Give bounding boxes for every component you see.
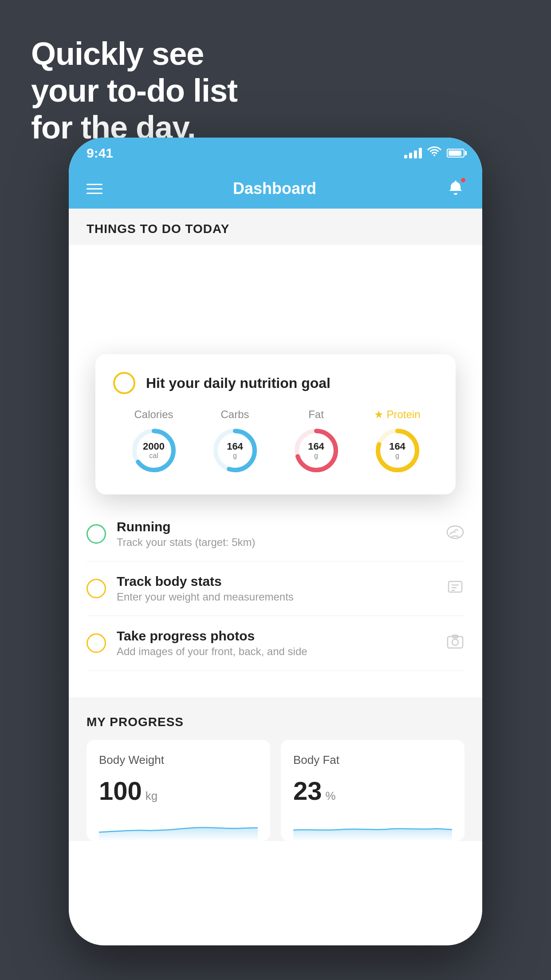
stat-calories: Calories 2000 cal <box>130 408 178 475</box>
todo-title-bodystats: Track body stats <box>117 574 439 589</box>
signal-icon <box>404 148 422 158</box>
section-today-label: THINGS TO DO TODAY <box>69 209 482 245</box>
body-fat-value-wrap: 23 % <box>293 776 452 806</box>
protein-value: 164 <box>389 441 405 452</box>
todo-item-bodystats[interactable]: Track body stats Enter your weight and m… <box>87 561 464 616</box>
todo-item-photos[interactable]: Take progress photos Add images of your … <box>87 616 464 671</box>
fat-label: Fat <box>308 408 324 421</box>
progress-section: MY PROGRESS Body Weight 100 kg <box>69 697 482 841</box>
progress-cards: Body Weight 100 kg <box>87 740 464 841</box>
todo-title-running: Running <box>117 519 439 534</box>
status-time: 9:41 <box>87 146 113 161</box>
fat-value: 164 <box>308 441 324 452</box>
nutrition-title: Hit your daily nutrition goal <box>146 375 331 391</box>
bodystats-icon <box>446 579 464 598</box>
nutrition-checkbox[interactable] <box>113 372 135 394</box>
header-title: Dashboard <box>233 179 316 198</box>
todo-checkbox-running[interactable] <box>87 524 106 544</box>
notification-badge <box>460 177 466 183</box>
todo-sub-photos: Add images of your front, back, and side <box>117 645 439 658</box>
body-fat-unit: % <box>326 789 336 803</box>
todo-sub-bodystats: Enter your weight and measurements <box>117 591 439 603</box>
todo-list: Running Track your stats (target: 5km) T… <box>69 507 482 671</box>
progress-section-label: MY PROGRESS <box>87 715 464 729</box>
body-weight-value-wrap: 100 kg <box>99 776 258 806</box>
app-header: Dashboard <box>69 169 482 209</box>
nutrition-stats: Calories 2000 cal Carbs <box>113 408 438 475</box>
battery-icon <box>447 149 464 158</box>
status-right <box>404 146 464 160</box>
body-fat-number: 23 <box>293 776 322 806</box>
todo-title-photos: Take progress photos <box>117 628 439 644</box>
todo-sub-running: Track your stats (target: 5km) <box>117 536 439 549</box>
body-weight-unit: kg <box>146 789 157 803</box>
body-fat-chart <box>293 814 452 841</box>
hero-text: Quickly see your to-do list for the day. <box>31 36 237 146</box>
running-icon <box>446 524 464 544</box>
carbs-label: Carbs <box>220 408 249 421</box>
todo-checkbox-bodystats[interactable] <box>87 579 106 598</box>
phone-frame: 9:41 Dashboard <box>69 138 482 945</box>
svg-point-14 <box>452 639 458 645</box>
protein-unit: g <box>389 452 405 460</box>
status-bar: 9:41 <box>69 138 482 169</box>
todo-text-bodystats: Track body stats Enter your weight and m… <box>117 574 439 603</box>
stat-fat: Fat 164 g <box>292 408 341 475</box>
stat-protein: ★ Protein 164 g <box>373 408 422 475</box>
body-weight-title: Body Weight <box>99 753 258 767</box>
nutrition-card: Hit your daily nutrition goal Calories 2… <box>95 354 456 494</box>
menu-button[interactable] <box>87 184 102 194</box>
todo-text-running: Running Track your stats (target: 5km) <box>117 519 439 549</box>
body-fat-title: Body Fat <box>293 753 452 767</box>
calories-label: Calories <box>134 408 173 421</box>
star-icon: ★ <box>374 408 384 421</box>
calories-unit: cal <box>143 452 165 460</box>
calories-donut: 2000 cal <box>130 426 178 475</box>
fat-donut: 164 g <box>292 426 341 475</box>
body-weight-card: Body Weight 100 kg <box>87 740 270 841</box>
body-weight-number: 100 <box>99 776 142 806</box>
protein-donut: 164 g <box>373 426 422 475</box>
stat-carbs: Carbs 164 g <box>211 408 260 475</box>
nutrition-card-header: Hit your daily nutrition goal <box>113 372 438 394</box>
todo-checkbox-photos[interactable] <box>87 633 106 653</box>
photos-icon <box>446 633 464 653</box>
svg-rect-9 <box>449 581 462 592</box>
wifi-icon <box>427 146 441 160</box>
carbs-value: 164 <box>227 441 243 452</box>
calories-value: 2000 <box>143 441 165 452</box>
body-fat-card: Body Fat 23 % <box>281 740 464 841</box>
carbs-donut: 164 g <box>211 426 260 475</box>
todo-text-photos: Take progress photos Add images of your … <box>117 628 439 658</box>
fat-unit: g <box>308 452 324 460</box>
protein-label: ★ Protein <box>374 408 420 421</box>
body-weight-chart <box>99 814 258 841</box>
notification-button[interactable] <box>447 179 464 198</box>
todo-item-running[interactable]: Running Track your stats (target: 5km) <box>87 507 464 561</box>
carbs-unit: g <box>227 452 243 460</box>
